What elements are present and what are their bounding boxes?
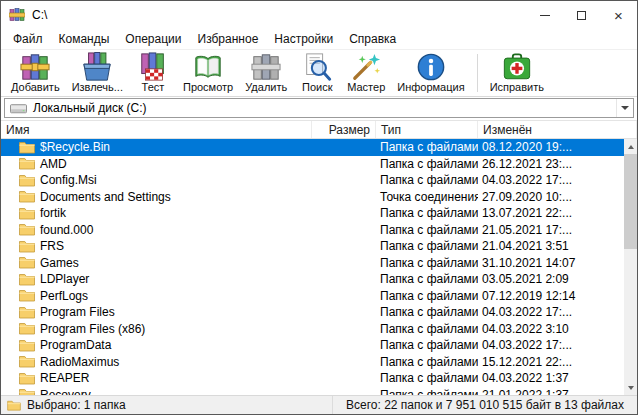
window-title: C:\ [32, 8, 47, 22]
file-modified: 04.03.2022 17:... [478, 305, 624, 319]
repair-button[interactable]: Исправить [484, 51, 550, 95]
minimize-button[interactable] [526, 1, 563, 29]
test-archive-icon [138, 52, 168, 82]
table-row[interactable]: Documents and Settings Точка соединения … [1, 189, 624, 206]
delete-icon [251, 52, 281, 82]
file-type: Папка с файлами [376, 355, 478, 369]
folder-icon [19, 190, 35, 203]
table-row[interactable]: ProgramData Папка с файлами 04.03.2022 1… [1, 337, 624, 354]
table-row[interactable]: $Recycle.Bin Папка с файлами 08.12.2020 … [1, 139, 624, 156]
table-row[interactable]: AMD Папка с файлами 26.12.2021 23:... [1, 156, 624, 173]
column-header-type[interactable]: Тип [376, 121, 478, 138]
address-bar: Локальный диск (C:) [1, 97, 637, 121]
file-modified: 08.12.2020 19:... [478, 140, 624, 154]
scroll-down-button[interactable] [624, 380, 637, 395]
folder-icon [19, 289, 35, 302]
file-modified: 31.10.2021 14:07 [478, 256, 624, 270]
file-name: LDPlayer [40, 272, 89, 286]
maximize-button[interactable] [563, 1, 600, 29]
table-row[interactable]: Recovery Папка с файлами 21.01.2022 1:37 [1, 387, 624, 396]
folder-icon [19, 355, 35, 368]
file-list-rows: $Recycle.Bin Папка с файлами 08.12.2020 … [1, 139, 624, 395]
extract-button[interactable]: Извлечь... [66, 51, 129, 95]
table-row[interactable]: Program Files (x86) Папка с файлами 04.0… [1, 321, 624, 338]
column-header-name[interactable]: Имя [1, 121, 312, 138]
scrollbar-thumb[interactable] [624, 154, 637, 249]
menu-file[interactable]: Файл [5, 30, 51, 48]
table-row[interactable]: Games Папка с файлами 31.10.2021 14:07 [1, 255, 624, 272]
file-name: found.000 [40, 223, 93, 237]
file-name: FRS [40, 239, 64, 253]
file-modified: 04.03.2022 17:... [478, 173, 624, 187]
status-selection-text: Выбрано: 1 папка [27, 398, 126, 412]
file-name: Documents and Settings [40, 190, 171, 204]
file-modified: 07.12.2019 12:14 [478, 289, 624, 303]
drive-icon [10, 102, 27, 115]
view-button-label: Просмотр [183, 81, 233, 93]
table-row[interactable]: REAPER Папка с файлами 04.03.2022 1:37 [1, 370, 624, 387]
folder-icon [19, 339, 35, 352]
scroll-up-button[interactable] [624, 139, 637, 154]
test-button[interactable]: Тест [129, 51, 177, 95]
file-modified: 26.12.2021 23:... [478, 157, 624, 171]
file-name: ProgramData [40, 338, 111, 352]
menu-settings[interactable]: Настройки [266, 30, 341, 48]
delete-button[interactable]: Удалить [239, 51, 293, 95]
close-icon: × [614, 8, 623, 23]
wizard-button[interactable]: Мастер [341, 51, 391, 95]
repair-button-label: Исправить [490, 81, 544, 93]
search-icon [302, 52, 332, 82]
add-button[interactable]: Добавить [5, 51, 66, 95]
file-type: Папка с файлами [376, 256, 478, 270]
menu-operations[interactable]: Операции [117, 30, 189, 48]
table-row[interactable]: Config.Msi Папка с файлами 04.03.2022 17… [1, 172, 624, 189]
title-bar[interactable]: C:\ × [1, 1, 637, 29]
table-row[interactable]: RadioMaximus Папка с файлами 15.12.2021 … [1, 354, 624, 371]
table-row[interactable]: Program Files Папка с файлами 04.03.2022… [1, 304, 624, 321]
view-button[interactable]: Просмотр [177, 51, 239, 95]
file-modified: 13.07.2021 22:... [478, 206, 624, 220]
table-row[interactable]: LDPlayer Папка с файлами 03.05.2021 2:09 [1, 271, 624, 288]
chevron-down-icon [621, 106, 629, 110]
file-modified: 04.03.2022 3:10 [478, 322, 624, 336]
folder-icon [7, 400, 21, 411]
drive-combobox[interactable]: Локальный диск (C:) [4, 98, 634, 118]
arrow-down-icon [628, 386, 634, 390]
arrow-up-icon [628, 145, 634, 149]
table-row[interactable]: fortik Папка с файлами 13.07.2021 22:... [1, 205, 624, 222]
menu-favorites[interactable]: Избранное [190, 30, 267, 48]
table-row[interactable]: FRS Папка с файлами 21.04.2021 3:51 [1, 238, 624, 255]
test-button-label: Тест [142, 81, 165, 93]
column-header-size[interactable]: Размер [312, 121, 376, 138]
menu-commands[interactable]: Команды [51, 30, 118, 48]
file-name: PerfLogs [40, 289, 88, 303]
table-row[interactable]: found.000 Папка с файлами 21.05.2021 17:… [1, 222, 624, 239]
wizard-icon [351, 52, 381, 82]
file-name: Config.Msi [40, 173, 97, 187]
drive-combobox-value: Локальный диск (C:) [33, 101, 147, 115]
combobox-dropdown-button[interactable] [616, 99, 633, 117]
file-name: RadioMaximus [40, 355, 119, 369]
file-type: Папка с файлами [376, 223, 478, 237]
vertical-scrollbar[interactable] [624, 139, 637, 395]
file-type: Папка с файлами [376, 157, 478, 171]
file-type: Папка с файлами [376, 140, 478, 154]
menu-help[interactable]: Справка [341, 30, 404, 48]
file-type: Папка с файлами [376, 239, 478, 253]
file-name: AMD [40, 157, 67, 171]
info-button[interactable]: Информация [391, 51, 470, 95]
folder-icon [19, 240, 35, 253]
menu-bar: Файл Команды Операции Избранное Настройк… [1, 29, 637, 50]
winrar-app-icon[interactable] [9, 7, 25, 23]
repair-icon [502, 52, 532, 82]
file-type: Папка с файлами [376, 338, 478, 352]
file-modified: 21.05.2021 17:... [478, 223, 624, 237]
find-button[interactable]: Поиск [293, 51, 341, 95]
folder-icon [19, 273, 35, 286]
table-row[interactable]: PerfLogs Папка с файлами 07.12.2019 12:1… [1, 288, 624, 305]
info-icon [416, 52, 446, 82]
column-header-modified[interactable]: Изменён [478, 121, 637, 138]
file-modified: 21.04.2021 3:51 [478, 239, 624, 253]
file-type: Папка с файлами [376, 322, 478, 336]
close-button[interactable]: × [600, 1, 637, 29]
